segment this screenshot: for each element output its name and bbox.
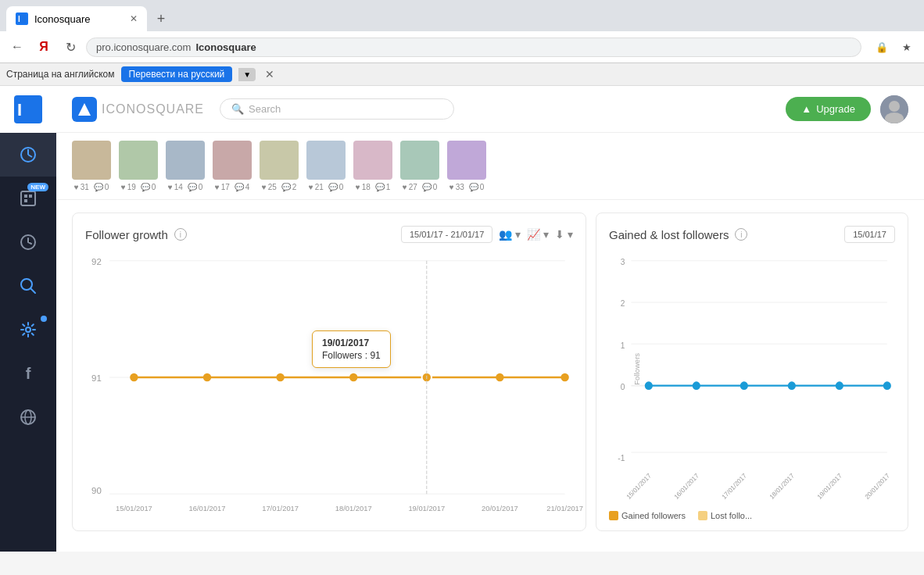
- address-bar[interactable]: pro.iconosquare.com Iconosquare: [86, 38, 861, 57]
- schedule-icon: [19, 233, 38, 252]
- svg-text:20/01/2017: 20/01/2017: [863, 471, 891, 501]
- svg-text:20/01/2017: 20/01/2017: [482, 504, 518, 512]
- back-button[interactable]: ←: [6, 36, 28, 58]
- info-icon[interactable]: i: [174, 228, 187, 241]
- sidebar-logo[interactable]: I: [0, 86, 56, 133]
- svg-text:0: 0: [621, 383, 625, 391]
- analytics-icon: [19, 145, 38, 164]
- media-icon: [19, 189, 38, 208]
- svg-point-31: [496, 373, 503, 382]
- search-bar[interactable]: 🔍 Search: [220, 98, 454, 120]
- post-item[interactable]: ♥27 💬0: [400, 141, 439, 191]
- post-stats: ♥17 💬4: [215, 183, 250, 191]
- sidebar-item-more[interactable]: [0, 395, 56, 439]
- sidebar-item-search[interactable]: [0, 264, 56, 308]
- tab-close-button[interactable]: ✕: [130, 13, 138, 24]
- community-section: Community: [56, 544, 924, 552]
- header-logo: ICONOSQUARE: [72, 97, 204, 122]
- gained-label: Gained followers: [621, 511, 686, 520]
- svg-text:15/01/2017: 15/01/2017: [116, 504, 152, 512]
- legend-gained: Gained followers: [609, 511, 686, 520]
- gained-lost-info-icon[interactable]: i: [735, 228, 747, 241]
- svg-point-27: [203, 373, 211, 382]
- sidebar: I NEW: [0, 86, 56, 552]
- chart-legend: Gained followers Lost follo...: [609, 511, 895, 520]
- charts-area: Follower growth i 15/01/17 - 21/01/17 👥 …: [56, 200, 924, 544]
- yandex-button[interactable]: Я: [33, 36, 55, 58]
- post-stats: ♥18 💬1: [356, 183, 391, 191]
- logo-icon: [72, 97, 97, 122]
- post-stats: ♥19 💬0: [121, 183, 156, 191]
- nav-icons: 🔒 ★: [871, 36, 918, 58]
- svg-text:16/01/2017: 16/01/2017: [189, 504, 226, 512]
- people-filter-button[interactable]: 👥 ▾: [499, 228, 521, 241]
- date-range-button[interactable]: 15/01/17 - 21/01/17: [401, 226, 492, 243]
- browser-window: I Iconosquare ✕ + ← Я ↻ pro.iconosquare.…: [0, 0, 924, 552]
- globe-icon: [19, 408, 38, 427]
- translate-arrow[interactable]: ▼: [238, 68, 256, 81]
- main-content: ICONOSQUARE 🔍 Search ▲ Upgrade: [56, 86, 924, 552]
- lock-icon[interactable]: 🔒: [871, 36, 893, 58]
- svg-rect-8: [24, 199, 27, 202]
- svg-text:91: 91: [91, 373, 102, 383]
- post-item[interactable]: ♥25 💬2: [260, 141, 299, 191]
- posts-row: ♥31 💬0 ♥19 💬0 ♥14 💬0: [56, 133, 924, 200]
- svg-point-32: [560, 373, 568, 382]
- post-item[interactable]: ♥33 💬0: [447, 141, 486, 191]
- sidebar-item-settings[interactable]: [0, 308, 56, 352]
- translation-close-button[interactable]: ✕: [265, 68, 274, 80]
- translation-bar: Страница на английском Перевести на русс…: [0, 63, 924, 86]
- sidebar-item-facebook[interactable]: f: [0, 352, 56, 395]
- refresh-button[interactable]: ↻: [59, 36, 81, 58]
- app-layout: I NEW: [0, 86, 924, 552]
- post-item[interactable]: ♥18 💬1: [353, 141, 392, 191]
- upgrade-button[interactable]: ▲ Upgrade: [786, 97, 871, 121]
- download-button[interactable]: ⬇ ▾: [555, 228, 573, 241]
- sidebar-item-schedule[interactable]: [0, 220, 56, 264]
- browser-nav-bar: ← Я ↻ pro.iconosquare.com Iconosquare 🔒 …: [0, 31, 924, 63]
- translation-text: Страница на английском: [6, 69, 115, 80]
- sidebar-item-analytics[interactable]: [0, 133, 56, 177]
- svg-marker-16: [78, 103, 91, 116]
- gained-lost-controls: 15/01/17: [844, 226, 895, 243]
- avatar[interactable]: [880, 95, 908, 123]
- post-item[interactable]: ♥19 💬0: [119, 141, 158, 191]
- svg-rect-6: [24, 195, 27, 198]
- bookmark-icon[interactable]: ★: [896, 36, 918, 58]
- svg-rect-7: [29, 195, 32, 198]
- follower-growth-card: Follower growth i 15/01/17 - 21/01/17 👥 …: [72, 212, 586, 531]
- svg-text:15/01/2017: 15/01/2017: [625, 471, 653, 501]
- svg-text:I: I: [17, 100, 22, 120]
- gained-lost-header: Gained & lost followers i 15/01/17: [609, 226, 895, 243]
- svg-point-12: [26, 327, 30, 332]
- settings-icon: [19, 320, 38, 339]
- gained-lost-card: Gained & lost followers i 15/01/17 3 2 1: [596, 212, 908, 531]
- post-stats: ♥14 💬0: [168, 183, 203, 191]
- post-item[interactable]: ♥14 💬0: [166, 141, 205, 191]
- svg-text:Followers: Followers: [633, 353, 641, 385]
- post-item[interactable]: ♥17 💬4: [213, 141, 252, 191]
- browser-tab[interactable]: I Iconosquare ✕: [6, 6, 147, 31]
- post-item[interactable]: ♥21 💬0: [306, 141, 346, 191]
- svg-text:I: I: [18, 15, 20, 23]
- svg-point-56: [836, 381, 843, 390]
- svg-point-57: [883, 381, 891, 390]
- gained-lost-date-button[interactable]: 15/01/17: [844, 226, 895, 243]
- sidebar-item-media[interactable]: NEW: [0, 177, 56, 220]
- svg-text:16/01/2017: 16/01/2017: [672, 471, 700, 501]
- svg-text:1: 1: [621, 341, 625, 349]
- svg-rect-5: [21, 191, 35, 205]
- legend-lost: Lost follo...: [698, 511, 752, 520]
- address-protocol: pro.iconosquare.com: [96, 41, 191, 53]
- translate-button[interactable]: Перевести на русский: [121, 66, 233, 82]
- address-sitename: Iconosquare: [195, 41, 256, 53]
- chart-controls: 15/01/17 - 21/01/17 👥 ▾ 📈 ▾ ⬇ ▾: [401, 226, 573, 243]
- post-stats: ♥33 💬0: [449, 183, 485, 191]
- lost-color: [698, 511, 707, 520]
- svg-point-18: [889, 101, 900, 112]
- svg-text:90: 90: [91, 486, 102, 495]
- new-tab-button[interactable]: +: [150, 8, 172, 30]
- chart-type-button[interactable]: 📈 ▾: [527, 228, 549, 241]
- post-item[interactable]: ♥31 💬0: [72, 141, 111, 191]
- svg-point-54: [740, 381, 748, 390]
